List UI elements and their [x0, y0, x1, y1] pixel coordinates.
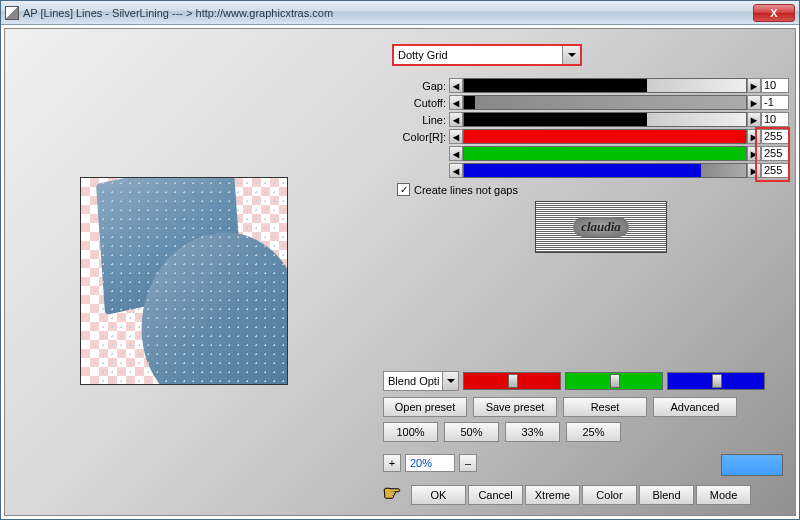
xtreme-button[interactable]: Xtreme	[525, 485, 580, 505]
plugin-window: AP [Lines] Lines - SilverLining --- > ht…	[0, 0, 800, 520]
mode-button[interactable]: Mode	[696, 485, 751, 505]
arrow-right-icon: ►	[749, 80, 760, 92]
arrow-left-icon: ◄	[451, 165, 462, 177]
close-icon: X	[770, 7, 777, 19]
app-icon	[5, 6, 19, 20]
logo-text: claudia	[573, 217, 629, 237]
slider-cutoff[interactable]	[463, 95, 747, 110]
chevron-down-icon	[442, 372, 458, 390]
advanced-button[interactable]: Advanced	[653, 397, 737, 417]
param-row-line: Line: ◄ ► 10	[389, 111, 789, 128]
claudia-logo: claudia	[535, 201, 667, 253]
ok-button[interactable]: OK	[411, 485, 466, 505]
reset-button[interactable]: Reset	[563, 397, 647, 417]
param-value[interactable]: 10	[761, 112, 789, 127]
zoom-stepper-row: + 20% –	[383, 454, 477, 472]
color-swatch[interactable]	[721, 454, 783, 476]
arrow-left-icon: ◄	[451, 131, 462, 143]
preview-canvas[interactable]	[80, 177, 288, 385]
percent-buttons-row: 100% 50% 33% 25%	[383, 422, 621, 442]
increment-button[interactable]: ►	[747, 112, 761, 127]
chevron-down-icon	[562, 46, 580, 64]
mini-slider-r[interactable]	[463, 372, 561, 390]
arrow-right-icon: ►	[749, 114, 760, 126]
pointing-hand-icon	[383, 485, 407, 505]
decrement-button[interactable]: ◄	[449, 78, 463, 93]
slider-thumb[interactable]	[712, 374, 722, 388]
increment-button[interactable]: ►	[747, 78, 761, 93]
slider-thumb[interactable]	[508, 374, 518, 388]
create-lines-checkbox[interactable]: ✓	[397, 183, 410, 196]
decrement-button[interactable]: ◄	[449, 163, 463, 178]
mini-slider-b[interactable]	[667, 372, 765, 390]
slider-gap[interactable]	[463, 78, 747, 93]
action-buttons-row: OK Cancel Xtreme Color Blend Mode	[383, 485, 751, 505]
zoom-in-button[interactable]: +	[383, 454, 401, 472]
param-row-color-b: ◄ ► 255	[389, 162, 789, 179]
pattern-dropdown-label: Dotty Grid	[398, 49, 448, 61]
param-value[interactable]: 10	[761, 78, 789, 93]
decrement-button[interactable]: ◄	[449, 112, 463, 127]
arrow-left-icon: ◄	[451, 97, 462, 109]
pattern-dropdown[interactable]: Dotty Grid	[392, 44, 582, 66]
param-label: Line:	[389, 114, 449, 126]
arrow-left-icon: ◄	[451, 80, 462, 92]
blend-options-dropdown[interactable]: Blend Opti	[383, 371, 459, 391]
param-row-color-g: ◄ ► 255	[389, 145, 789, 162]
window-title: AP [Lines] Lines - SilverLining --- > ht…	[23, 7, 753, 19]
mini-slider-g[interactable]	[565, 372, 663, 390]
slider-thumb[interactable]	[610, 374, 620, 388]
blend-button[interactable]: Blend	[639, 485, 694, 505]
slider-color-g[interactable]	[463, 146, 747, 161]
preset-buttons-row: Open preset Save preset Reset Advanced	[383, 397, 737, 417]
arrow-left-icon: ◄	[451, 114, 462, 126]
slider-color-b[interactable]	[463, 163, 747, 178]
params-panel: Gap: ◄ ► 10 Cutoff: ◄ ► -1 Line: ◄ ► 10	[389, 77, 789, 179]
decrement-button[interactable]: ◄	[449, 146, 463, 161]
zoom-100-button[interactable]: 100%	[383, 422, 438, 442]
client-area: Dotty Grid Gap: ◄ ► 10 Cutoff: ◄ ► -1 Li…	[4, 28, 796, 516]
zoom-25-button[interactable]: 25%	[566, 422, 621, 442]
close-button[interactable]: X	[753, 4, 795, 22]
param-row-gap: Gap: ◄ ► 10	[389, 77, 789, 94]
arrow-right-icon: ►	[749, 97, 760, 109]
slider-line[interactable]	[463, 112, 747, 127]
create-lines-checkbox-row: ✓ Create lines not gaps	[397, 183, 518, 196]
zoom-out-button[interactable]: –	[459, 454, 477, 472]
zoom-value-field[interactable]: 20%	[405, 454, 455, 472]
increment-button[interactable]: ►	[747, 95, 761, 110]
blend-label: Blend Opti	[388, 375, 439, 387]
preview-dots	[99, 177, 288, 385]
blend-row: Blend Opti	[383, 371, 765, 391]
color-button[interactable]: Color	[582, 485, 637, 505]
decrement-button[interactable]: ◄	[449, 95, 463, 110]
param-value[interactable]: -1	[761, 95, 789, 110]
param-row-cutoff: Cutoff: ◄ ► -1	[389, 94, 789, 111]
highlight-annotation	[755, 127, 790, 182]
arrow-left-icon: ◄	[451, 148, 462, 160]
titlebar[interactable]: AP [Lines] Lines - SilverLining --- > ht…	[1, 1, 799, 25]
slider-color-r[interactable]	[463, 129, 747, 144]
zoom-33-button[interactable]: 33%	[505, 422, 560, 442]
checkbox-label: Create lines not gaps	[414, 184, 518, 196]
param-label: Cutoff:	[389, 97, 449, 109]
param-label: Gap:	[389, 80, 449, 92]
open-preset-button[interactable]: Open preset	[383, 397, 467, 417]
cancel-button[interactable]: Cancel	[468, 485, 523, 505]
param-label: Color[R]:	[389, 131, 449, 143]
save-preset-button[interactable]: Save preset	[473, 397, 557, 417]
decrement-button[interactable]: ◄	[449, 129, 463, 144]
zoom-50-button[interactable]: 50%	[444, 422, 499, 442]
param-row-color-r: Color[R]: ◄ ► 255	[389, 128, 789, 145]
